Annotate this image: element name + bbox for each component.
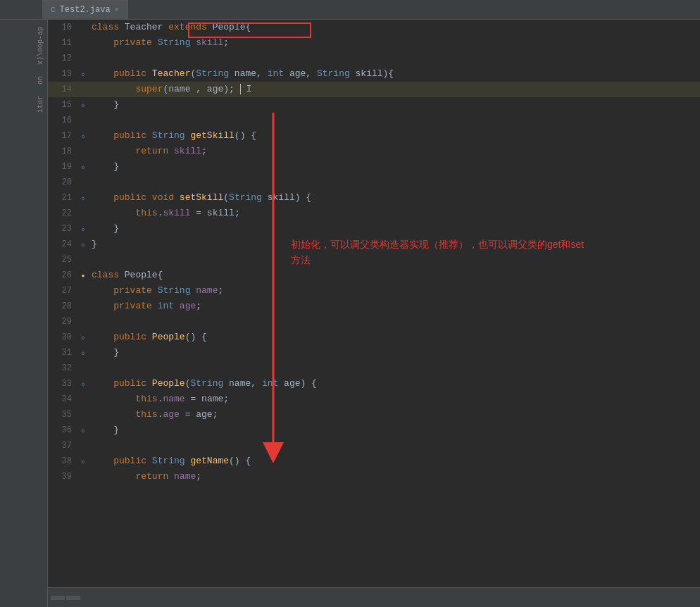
line-number: 23 <box>48 224 77 234</box>
code-line: 11 private String skill; <box>48 35 700 51</box>
code-line: 18 return skill; <box>48 144 700 159</box>
code-line: 21◇ public void setSkill(String skill) { <box>48 190 700 206</box>
code-line: 15◇ } <box>48 97 700 113</box>
line-number: 22 <box>48 208 77 218</box>
code-line: 17◇ public String getSkill() { <box>48 128 700 144</box>
line-number: 12 <box>48 54 77 63</box>
line-number: 21 <box>48 193 77 203</box>
code-line: 27 private String name; <box>48 283 700 299</box>
code-line: 28 private int age; <box>48 299 700 314</box>
line-number: 20 <box>48 177 77 187</box>
line-number: 35 <box>48 410 77 420</box>
line-number: 18 <box>48 146 77 156</box>
code-lines: 10class Teacher extends People{11 privat… <box>48 20 700 484</box>
line-gutter: ◇ <box>77 350 89 356</box>
text-cursor <box>235 84 241 94</box>
code-line: 12 <box>48 51 700 66</box>
code-line: 20 <box>48 175 700 190</box>
line-number: 10 <box>48 23 77 32</box>
line-content: } <box>89 345 700 361</box>
line-number: 19 <box>48 162 77 172</box>
line-number: 11 <box>48 38 77 48</box>
code-line: 32 <box>48 361 700 376</box>
tab-close-button[interactable]: × <box>115 6 119 14</box>
line-number: 15 <box>48 100 77 110</box>
line-number: 38 <box>48 456 77 466</box>
java-file-icon: C <box>51 6 56 14</box>
code-line: 29 <box>48 314 700 330</box>
line-gutter: ◇ <box>77 458 89 465</box>
line-content: return skill; <box>89 144 700 159</box>
line-gutter: ◇ <box>77 334 89 341</box>
line-gutter: ◇ <box>77 242 89 248</box>
line-number: 32 <box>48 363 77 373</box>
line-content: } <box>89 423 700 438</box>
code-line: 33◇ public People(String name, int age) … <box>48 376 700 392</box>
line-gutter: ◇ <box>77 381 89 387</box>
line-content: public People(String name, int age) { <box>89 376 700 392</box>
line-gutter: ◇ <box>77 102 89 108</box>
code-editor[interactable]: 10class Teacher extends People{11 privat… <box>48 20 700 607</box>
line-number: 37 <box>48 441 77 451</box>
line-content: public void setSkill(String skill) { <box>89 190 700 206</box>
line-number: 31 <box>48 348 77 358</box>
left-panel: x)\oop-ap on itor <box>0 20 48 607</box>
code-line: 34 this.name = name; <box>48 392 700 407</box>
line-number: 33 <box>48 379 77 389</box>
line-number: 30 <box>48 332 77 342</box>
line-content: } <box>89 221 700 237</box>
file-tab[interactable]: C Test2.java × <box>42 0 128 20</box>
line-content: super(name , age); I <box>89 82 700 97</box>
line-number: 13 <box>48 69 77 79</box>
line-number: 16 <box>48 115 77 125</box>
code-line: 35 this.age = age; <box>48 407 700 423</box>
line-content: class People{ <box>89 268 700 283</box>
code-line: 37 <box>48 438 700 453</box>
line-content: this.skill = skill; <box>89 206 700 221</box>
line-number: 28 <box>48 301 77 311</box>
line-content: this.name = name; <box>89 392 700 407</box>
line-content: public Teacher(String name, int age, Str… <box>89 66 700 82</box>
left-panel-label-1: x)\oop-ap <box>37 21 44 70</box>
code-line: 39 return name; <box>48 469 700 484</box>
code-line: 23◇ } <box>48 221 700 237</box>
bottom-bar <box>48 587 700 607</box>
code-line: 22 this.skill = skill; <box>48 206 700 221</box>
code-line: 25 <box>48 252 700 268</box>
editor-container: x)\oop-ap on itor 10class Teacher extend… <box>0 20 700 607</box>
line-content: public String getName() { <box>89 453 700 469</box>
line-content: class Teacher extends People{ <box>89 20 700 35</box>
tab-label: Test2.java <box>60 5 111 15</box>
code-line: 38◇ public String getName() { <box>48 453 700 469</box>
ibeam-cursor: I <box>246 84 252 94</box>
line-content: } <box>89 159 700 175</box>
line-content: } <box>89 97 700 113</box>
line-gutter: ◇ <box>77 226 89 232</box>
line-number: 26 <box>48 270 77 280</box>
line-number: 25 <box>48 255 77 265</box>
line-gutter: ◇ <box>77 133 89 139</box>
bottom-tab-profile[interactable] <box>51 596 65 600</box>
line-number: 17 <box>48 131 77 141</box>
left-panel-label-2: on <box>37 70 44 90</box>
code-line: 13◇ public Teacher(String name, int age,… <box>48 66 700 82</box>
left-panel-label-3: itor <box>37 90 44 118</box>
line-number: 39 <box>48 472 77 482</box>
line-gutter: ◇ <box>77 427 89 434</box>
code-line: 14 super(name , age); I <box>48 82 700 97</box>
line-content: public People() { <box>89 330 700 345</box>
line-content: private String name; <box>89 283 700 299</box>
code-line: 31◇ } <box>48 345 700 361</box>
line-gutter: ◇ <box>77 71 89 77</box>
line-content: private int age; <box>89 299 700 314</box>
line-gutter: ◇ <box>77 195 89 201</box>
code-line: 10class Teacher extends People{ <box>48 20 700 35</box>
bottom-tab-build[interactable] <box>66 596 80 600</box>
line-number: 14 <box>48 85 77 94</box>
line-content: } <box>89 237 700 252</box>
code-line: 19◇ } <box>48 159 700 175</box>
line-number: 29 <box>48 317 77 327</box>
code-line: 26●class People{ <box>48 268 700 283</box>
line-gutter: ◇ <box>77 164 89 170</box>
line-number: 34 <box>48 394 77 404</box>
